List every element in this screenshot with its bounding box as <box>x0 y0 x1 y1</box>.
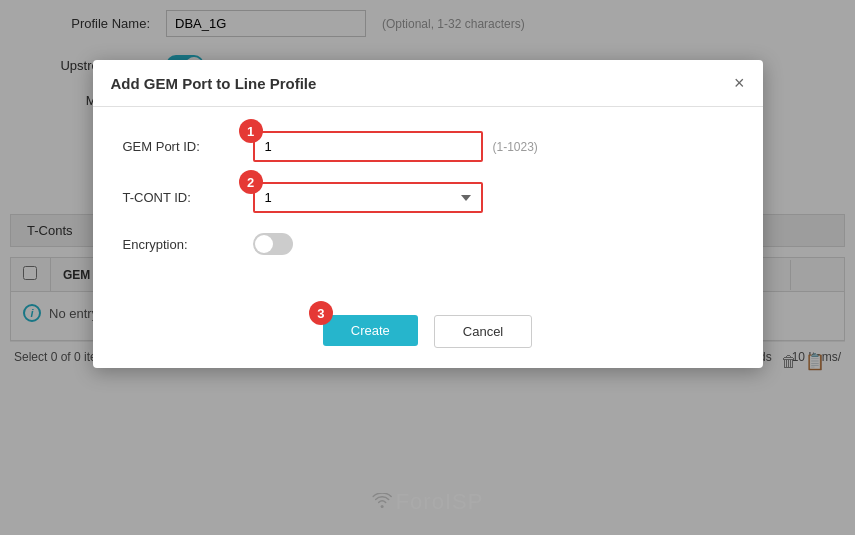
t-cont-id-wrapper: 2 1 2 3 4 <box>253 182 483 213</box>
t-cont-id-row: T-CONT ID: 2 1 2 3 4 <box>123 182 733 213</box>
encryption-toggle[interactable] <box>253 233 293 255</box>
step-1-badge: 1 <box>239 119 263 143</box>
encryption-wrapper <box>253 233 293 255</box>
modal-overlay: Add GEM Port to Line Profile × GEM Port … <box>0 0 855 535</box>
gem-port-id-hint: (1-1023) <box>493 140 538 154</box>
modal-title: Add GEM Port to Line Profile <box>111 75 317 92</box>
encryption-row: Encryption: <box>123 233 733 255</box>
create-button[interactable]: Create <box>323 315 418 346</box>
encryption-label: Encryption: <box>123 237 253 252</box>
modal-body: GEM Port ID: 1 (1-1023) T-CONT ID: 2 1 2… <box>93 107 763 299</box>
gem-port-id-input[interactable] <box>253 131 483 162</box>
step-2-badge: 2 <box>239 170 263 194</box>
modal-header: Add GEM Port to Line Profile × <box>93 60 763 107</box>
t-cont-id-select[interactable]: 1 2 3 4 <box>253 182 483 213</box>
gem-port-id-row: GEM Port ID: 1 (1-1023) <box>123 131 733 162</box>
modal-footer: 3 Create Cancel <box>93 299 763 368</box>
modal-close-button[interactable]: × <box>734 74 745 92</box>
gem-port-id-wrapper: 1 (1-1023) <box>253 131 538 162</box>
add-gem-port-modal: Add GEM Port to Line Profile × GEM Port … <box>93 60 763 368</box>
cancel-button[interactable]: Cancel <box>434 315 532 348</box>
t-cont-id-label: T-CONT ID: <box>123 190 253 205</box>
step-3-badge: 3 <box>309 301 333 325</box>
gem-port-id-label: GEM Port ID: <box>123 139 253 154</box>
